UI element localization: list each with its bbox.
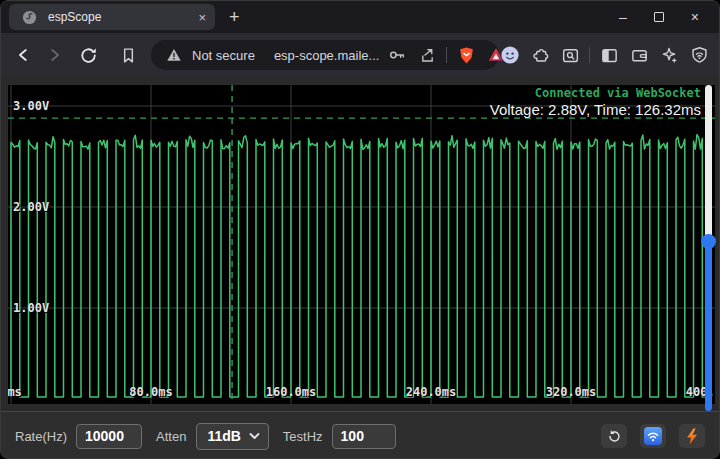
divider: [446, 47, 447, 63]
security-warning-label: Not secure: [192, 48, 255, 63]
bookmark-icon[interactable]: [117, 44, 139, 66]
tab-strip: espScope × + – ×: [1, 1, 719, 33]
testhz-label: TestHz: [283, 429, 323, 444]
tab-close-icon[interactable]: ×: [198, 11, 206, 24]
extensions-icon[interactable]: [529, 44, 551, 66]
slider-track-upper[interactable]: [705, 85, 712, 241]
wifi-button[interactable]: [640, 424, 666, 448]
wifi-icon: [644, 427, 662, 445]
slider-thumb[interactable]: [701, 234, 716, 249]
tab-title: espScope: [48, 10, 190, 24]
testhz-input[interactable]: [332, 424, 396, 449]
scope-controls-bar: Rate(Hz) Atten 11dB TestHz: [1, 411, 719, 459]
tab-espscope[interactable]: espScope ×: [9, 4, 215, 30]
lightning-bolt-icon: [685, 428, 699, 445]
slider-track-lower[interactable]: [705, 241, 712, 411]
reload-icon[interactable]: [77, 44, 99, 66]
back-icon[interactable]: [13, 44, 35, 66]
new-tab-button[interactable]: +: [229, 8, 240, 26]
close-button[interactable]: ×: [691, 10, 699, 24]
forward-icon[interactable]: [43, 44, 65, 66]
key-icon[interactable]: [386, 44, 408, 66]
vpn-shield-icon[interactable]: [688, 44, 710, 66]
rate-input[interactable]: [76, 424, 142, 449]
favicon-globe-icon: [18, 6, 40, 28]
rate-label: Rate(Hz): [15, 429, 67, 444]
sidebar-toggle-icon[interactable]: [598, 44, 620, 66]
refresh-icon: [607, 429, 622, 444]
toolbar-right-icons: [499, 44, 720, 66]
atten-selected-value: 11dB: [207, 428, 240, 444]
leo-ai-sparkle-icon[interactable]: [658, 44, 680, 66]
wallet-icon[interactable]: [628, 44, 650, 66]
url-bar[interactable]: Not secure esp-scope.maile...: [151, 40, 499, 70]
search-box-icon[interactable]: [559, 44, 581, 66]
waveform-plot: [8, 85, 715, 404]
atten-label: Atten: [156, 429, 186, 444]
chevron-down-icon: [249, 432, 260, 440]
browser-toolbar: Not secure esp-scope.maile...: [1, 33, 719, 77]
brave-shields-icon[interactable]: [455, 44, 477, 66]
share-icon[interactable]: [416, 44, 438, 66]
window-controls: – ×: [619, 10, 719, 24]
browser-window: espScope × + – × Not secure esp-scope: [0, 0, 720, 459]
power-button[interactable]: [679, 424, 705, 448]
refresh-button[interactable]: [601, 424, 627, 448]
atten-select[interactable]: 11dB: [196, 423, 268, 450]
profile-avatar-icon[interactable]: [499, 44, 521, 66]
oscilloscope-canvas[interactable]: Connected via WebSocket Voltage: 2.88V, …: [8, 85, 715, 404]
warning-icon: [163, 44, 185, 66]
scope-vertical-slider[interactable]: [704, 85, 713, 411]
minimize-button[interactable]: –: [619, 10, 627, 24]
scope-action-buttons: [601, 424, 705, 448]
url-text: esp-scope.maile...: [274, 48, 380, 63]
page-content: Connected via WebSocket Voltage: 2.88V, …: [1, 77, 719, 411]
maximize-button[interactable]: [654, 12, 664, 22]
divider: [589, 47, 590, 63]
